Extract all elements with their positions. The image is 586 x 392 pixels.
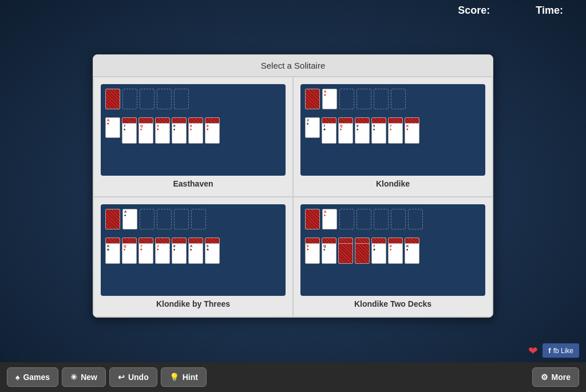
game-cell-easthaven[interactable]: A♥ 7♠ Q♦ 4♥ (93, 77, 293, 197)
more-label: More (552, 373, 571, 382)
easthaven-label: Easthaven (101, 176, 286, 189)
slot-4 (174, 89, 189, 109)
games-grid: A♥ 7♠ Q♦ 4♥ (93, 77, 493, 317)
hint-icon: 💡 (169, 373, 179, 382)
game-cell-klondike[interactable]: A♥ J♠ 7♣ Q♦ (293, 77, 493, 197)
game-select-dialog: Select a Solitaire A♥ (93, 54, 493, 318)
facebook-like-button[interactable]: f fb Like (543, 343, 579, 358)
fb-icon: f (548, 346, 551, 355)
dialog-title: Select a Solitaire (93, 55, 493, 77)
undo-icon: ↩ (118, 373, 125, 382)
deck-card (305, 89, 320, 109)
games-button[interactable]: ♠ Games (7, 367, 58, 387)
star-icon: ✳ (70, 373, 77, 382)
klondike-label: Klondike (300, 176, 485, 189)
easthaven-preview: A♥ 7♠ Q♦ 4♥ (101, 84, 286, 176)
games-label: Games (23, 373, 50, 382)
new-label: New (81, 373, 97, 382)
undo-label: Undo (128, 373, 149, 382)
klondike-threes-preview: A♠ K♣ Q♦ (101, 204, 286, 296)
toolbar: ♠ Games ✳ New ↩ Undo 💡 Hint ⚙ More (0, 362, 586, 392)
klondike-threes-label: Klondike by Threes (101, 296, 286, 310)
slot-2 (140, 89, 155, 109)
klondike-preview: A♥ J♠ 7♣ Q♦ (300, 84, 485, 176)
hint-label: Hint (183, 373, 198, 382)
spade-icon: ♠ (15, 373, 19, 382)
fb-like-label: fb Like (553, 347, 573, 355)
social-area: ❤ f fb Like (528, 343, 579, 358)
heart-button[interactable]: ❤ (528, 344, 538, 358)
gear-icon: ⚙ (541, 373, 548, 382)
undo-button[interactable]: ↩ Undo (109, 367, 157, 387)
new-button[interactable]: ✳ New (62, 367, 106, 387)
klondike-two-decks-label: Klondike Two Decks (300, 296, 485, 310)
deck-card (105, 89, 120, 109)
slot-3 (157, 89, 172, 109)
more-button[interactable]: ⚙ More (532, 367, 579, 387)
game-cell-klondike-two-decks[interactable]: A♦ 5♥ Q♠ (293, 197, 493, 317)
slot-1 (122, 89, 137, 109)
klondike-two-decks-preview: A♦ 5♥ Q♠ (300, 204, 485, 296)
time-label: Time: (536, 5, 563, 17)
game-cell-klondike-threes[interactable]: A♠ K♣ Q♦ (93, 197, 293, 317)
header: Score: Time: (435, 0, 586, 21)
score-label: Score: (458, 5, 490, 17)
hint-button[interactable]: 💡 Hint (161, 367, 207, 387)
